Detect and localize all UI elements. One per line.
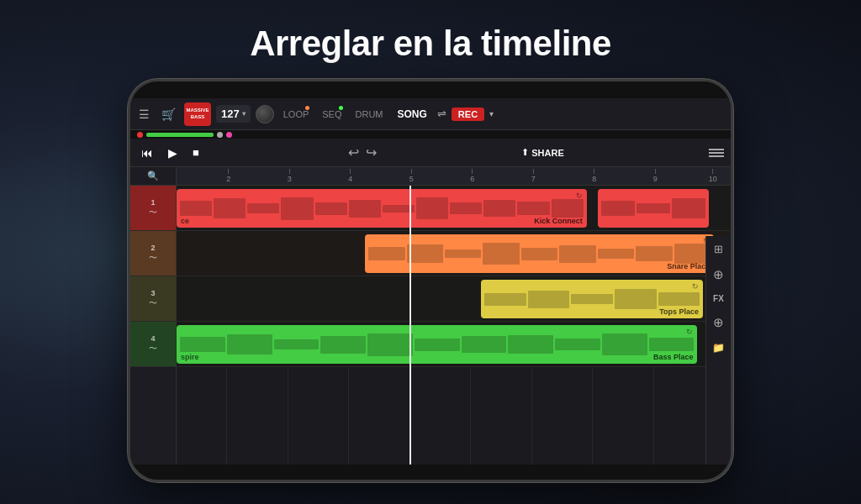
search-icon[interactable]: 🔍 — [147, 171, 159, 181]
side-icon-folder[interactable]: 📁 — [712, 342, 725, 354]
undo-button[interactable]: ↩ — [348, 144, 359, 160]
timeline-content: 2 3 4 5 6 7 8 9 10 — [177, 167, 731, 465]
clip-kick-connect[interactable]: ce ↻ Kick Connect — [177, 189, 587, 228]
redo-button[interactable]: ↪ — [366, 144, 377, 160]
app-topbar: ☰ 🛒 MASSIVEBASS 127 ▾ LOOP SEQ DRUM SONG — [130, 98, 731, 130]
mixer-icon[interactable]: ⇌ — [437, 108, 446, 120]
phone-frame: ☰ 🛒 MASSIVEBASS 127 ▾ LOOP SEQ DRUM SONG — [128, 79, 733, 482]
rec-button[interactable]: REC — [452, 108, 484, 121]
playhead — [409, 186, 411, 465]
track-rows: ce ↻ Kick Connect — [177, 186, 731, 465]
clip-label-tops-place: Tops Place — [659, 307, 699, 316]
share-icon: ⬆ — [521, 147, 529, 158]
clip-left-label-4: spire — [181, 353, 199, 361]
progress-dot-red — [137, 132, 143, 138]
progress-area — [130, 130, 731, 139]
clip-snare-place[interactable]: ↻ Snare Place — [365, 234, 714, 273]
clip-tops-place[interactable]: ↻ Tops Place — [481, 280, 703, 318]
progress-dot-white — [217, 132, 223, 138]
page-title: Arreglar en la timeline — [250, 24, 611, 64]
clip-label-bass-place: Bass Place — [653, 353, 694, 361]
track-waveform-icon-1: 〜 — [149, 207, 157, 218]
track-row-1: ce ↻ Kick Connect — [177, 186, 731, 231]
cart-icon[interactable]: 🛒 — [158, 106, 179, 123]
track-labels: 🔍 1 〜 2 〜 3 〜 4 〜 — [130, 167, 177, 465]
menu-icon[interactable]: ☰ — [135, 106, 153, 123]
track-row-4: spire ↻ Bass Place — [177, 322, 731, 367]
tab-song[interactable]: SONG — [393, 107, 432, 122]
tab-loop[interactable]: LOOP — [279, 108, 314, 121]
clip-loop-icon-4: ↻ — [686, 328, 693, 336]
track-waveform-icon-3: 〜 — [149, 297, 157, 309]
ruler: 2 3 4 5 6 7 8 9 10 — [177, 167, 731, 186]
share-button[interactable]: ⬆ SHARE — [521, 147, 564, 158]
track-label-3[interactable]: 3 〜 — [130, 276, 176, 322]
ruler-corner: 🔍 — [130, 167, 176, 186]
side-icon-zoom[interactable]: ⊕ — [713, 315, 724, 330]
tempo-knob[interactable] — [256, 105, 274, 123]
track-row-3: ↻ Tops Place — [177, 276, 731, 322]
phone-bezel-top — [130, 81, 731, 98]
side-icon-add[interactable]: ⊕ — [713, 267, 724, 282]
clip-label-kick-connect: Kick Connect — [534, 217, 583, 225]
clip-loop-icon-1: ↻ — [576, 192, 583, 200]
track-label-4[interactable]: 4 〜 — [130, 322, 176, 367]
side-icon-fx[interactable]: FX — [713, 294, 724, 303]
rewind-button[interactable]: ⏮ — [137, 144, 157, 161]
track-waveform-icon-4: 〜 — [149, 343, 157, 354]
bpm-value: 127 — [221, 108, 240, 120]
bpm-display[interactable]: 127 ▾ — [216, 105, 251, 123]
phone-screen: ☰ 🛒 MASSIVEBASS 127 ▾ LOOP SEQ DRUM SONG — [130, 98, 731, 465]
clip-bass-place[interactable]: spire ↻ Bass Place — [177, 325, 697, 364]
clip-left-label-1: ce — [181, 217, 189, 225]
track-row-2: ↻ Snare Place — [177, 231, 731, 276]
project-thumbnail[interactable]: MASSIVEBASS — [184, 102, 211, 126]
phone-bezel-bottom — [130, 465, 731, 480]
clip-kick-small[interactable] — [598, 189, 709, 228]
stop-button[interactable]: ■ — [188, 144, 203, 160]
progress-bar[interactable] — [146, 133, 214, 137]
tab-seq[interactable]: SEQ — [318, 108, 346, 121]
bpm-arrow: ▾ — [242, 110, 246, 118]
equalizer-icon — [709, 149, 724, 157]
timeline-area: 🔍 1 〜 2 〜 3 〜 4 〜 — [130, 167, 731, 465]
controls-bar: ⏮ ▶ ■ ↩ ↪ ⬆ SHARE — [130, 139, 731, 167]
progress-dot-pink — [226, 132, 232, 138]
track-label-2[interactable]: 2 〜 — [130, 231, 176, 276]
track-label-1[interactable]: 1 〜 — [130, 186, 176, 231]
side-icon-cursor[interactable]: ⊞ — [714, 243, 723, 255]
clip-loop-icon-3: ↻ — [692, 282, 699, 291]
right-side-panel: ⊞ ⊕ FX ⊕ 📁 — [705, 236, 731, 465]
tab-drum[interactable]: DRUM — [351, 108, 388, 121]
clip-label-snare-place: Snare Place — [667, 262, 710, 270]
topbar-chevron-icon[interactable]: ▾ — [489, 109, 494, 118]
track-waveform-icon-2: 〜 — [149, 252, 157, 264]
play-button[interactable]: ▶ — [164, 144, 182, 161]
